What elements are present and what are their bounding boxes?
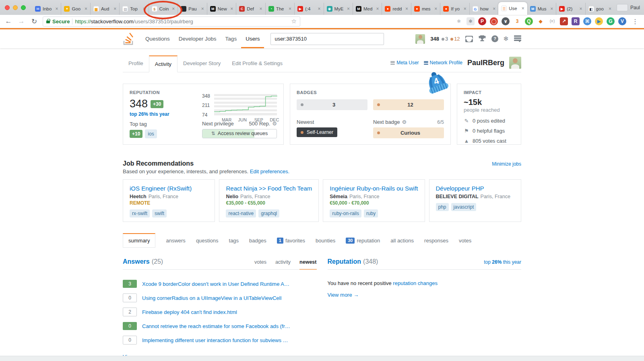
chrome-profile-chip[interactable]: Paul (617, 4, 640, 11)
top-percent-link[interactable]: top 26% this year (130, 111, 195, 117)
lightshot-extension-icon[interactable]: ↗ (560, 17, 568, 25)
winterbash-snowflake-icon[interactable]: ❄ (504, 36, 509, 42)
tab-close-icon[interactable]: × (434, 6, 437, 12)
help-icon[interactable]: ? (491, 35, 498, 42)
browser-tab[interactable]: ◉MyE× (324, 3, 353, 15)
rocket-app-extension-icon[interactable]: ▶ (595, 17, 603, 25)
silver-badges-bar[interactable]: 3 (297, 99, 367, 110)
answers-sort-votes[interactable]: votes (254, 259, 266, 265)
address-bar[interactable]: Secure https://stackoverflow.com/users/3… (43, 16, 300, 27)
tab-close-icon[interactable]: × (85, 6, 87, 12)
job-tag[interactable]: ruby-on-rails (330, 209, 361, 217)
tab-close-icon[interactable]: × (522, 6, 524, 11)
job-card[interactable]: Ingénieur Ruby-on-Rails ou SwiftSêmeiaPa… (323, 179, 425, 222)
answers-title[interactable]: Answers (123, 258, 150, 265)
newest-badge-pill[interactable]: Self-Learner (297, 127, 337, 137)
bronze-badges-bar[interactable]: 12 (373, 99, 444, 110)
so-search-input[interactable] (270, 33, 384, 45)
code-markup-extension-icon[interactable]: (≡) (548, 17, 556, 25)
minimize-jobs-link[interactable]: Minimize jobs (492, 161, 521, 167)
window-zoom-button[interactable] (21, 5, 26, 10)
tab-close-icon[interactable]: × (609, 6, 611, 12)
activity-tab-favorites[interactable]: 1favorites (277, 238, 305, 244)
downloader-extension-icon[interactable]: 3 (513, 17, 521, 25)
job-tag[interactable]: php (436, 203, 449, 211)
browser-tab[interactable]: ▶(2)× (556, 3, 585, 15)
tab-close-icon[interactable]: × (493, 6, 495, 12)
metamask-extension-icon[interactable]: ◆ (537, 17, 545, 25)
tab-close-icon[interactable]: × (318, 6, 321, 12)
answer-title-link[interactable]: Firebase deploy 404 can't find index.htm… (142, 309, 237, 315)
tab-close-icon[interactable]: × (260, 6, 262, 12)
react-devtools-extension-icon[interactable]: ✱ (455, 17, 463, 25)
activity-tab-all-actions[interactable]: all actions (390, 238, 414, 244)
browser-tab[interactable]: ●If yo× (440, 3, 469, 15)
pinterest-extension-icon[interactable]: P (478, 17, 486, 25)
browser-tab[interactable]: ●mes× (411, 3, 440, 15)
edit-preferences-link[interactable]: Edit preferences. (250, 168, 289, 174)
rep-indicator[interactable]: 348 3 12 (430, 36, 460, 42)
tab-close-icon[interactable]: × (580, 6, 582, 12)
back-button[interactable]: ← (4, 17, 13, 25)
tab-close-icon[interactable]: × (289, 6, 291, 12)
job-title-link[interactable]: Ingénieur Ruby-on-Rails ou Swift (330, 185, 418, 192)
tab-close-icon[interactable]: × (143, 6, 146, 12)
browser-tab[interactable]: Ghow× (469, 3, 498, 15)
tab-close-icon[interactable]: × (464, 6, 466, 12)
pocket-extension-icon[interactable]: ∨ (502, 17, 510, 25)
browser-tab[interactable]: Pau× (178, 3, 206, 15)
network-profile-link[interactable]: Network Profile (424, 60, 462, 66)
onetab-extension-icon[interactable]: ◯ (490, 17, 498, 25)
inbox-icon[interactable] (465, 36, 473, 42)
browser-tab[interactable]: ◔The× (265, 3, 294, 15)
window-close-button[interactable] (5, 5, 10, 10)
job-tag[interactable]: swift (152, 209, 167, 217)
r-app-extension-icon[interactable]: R (572, 17, 580, 25)
activity-tab-summary[interactable]: summary (123, 233, 155, 248)
grammarly-extension-icon[interactable]: G (607, 17, 615, 25)
browser-tab[interactable]: ☰Use× (498, 2, 527, 15)
job-tag[interactable]: javascript (451, 203, 477, 211)
activity-tab-votes[interactable]: votes (459, 238, 471, 244)
activity-tab-badges[interactable]: badges (249, 238, 266, 244)
browser-tab[interactable]: MNew× (207, 3, 236, 15)
activity-tab-questions[interactable]: questions (196, 238, 219, 244)
stackoverflow-logo[interactable] (123, 33, 134, 45)
job-title-link[interactable]: iOS Engineer (RxSwift) (130, 185, 208, 192)
profile-tab-profile[interactable]: Profile (123, 55, 149, 72)
job-tag[interactable]: graphql (258, 209, 279, 217)
profile-tab-activity[interactable]: Activity (149, 55, 178, 72)
tab-close-icon[interactable]: × (550, 6, 553, 12)
window-minimize-button[interactable] (13, 5, 18, 10)
browser-tab[interactable]: ▶(:4× (294, 3, 323, 15)
topbar-avatar[interactable] (415, 34, 425, 44)
tab-close-icon[interactable]: × (347, 6, 350, 12)
answer-title-link[interactable]: Using cornerRadius on a UIImageView in a… (142, 295, 281, 301)
answers-sort-newest[interactable]: newest (299, 259, 316, 270)
so-nav-users[interactable]: Users (241, 29, 264, 48)
browser-tab[interactable]: CDef× (236, 3, 265, 15)
browser-tab[interactable]: ▆Aud× (90, 3, 119, 15)
job-title-link[interactable]: React Ninja >> Food Tech Team (226, 185, 312, 192)
privilege-progress[interactable]: ⇅ Access review queues (202, 129, 277, 138)
tab-close-icon[interactable]: × (172, 6, 175, 12)
activity-tab-reputation[interactable]: 30reputation (346, 238, 380, 244)
profile-tab-edit-profile-settings[interactable]: Edit Profile & Settings (226, 55, 288, 72)
v-shield-extension-icon[interactable]: V (618, 17, 626, 25)
forward-button[interactable]: → (17, 17, 26, 25)
reputation-view-more-link[interactable]: View more → (328, 292, 359, 298)
achievements-trophy-icon[interactable] (478, 35, 486, 42)
site-switcher-icon[interactable] (514, 35, 521, 42)
activity-tab-tags[interactable]: tags (229, 238, 239, 244)
browser-tab[interactable]: ✦Goo× (61, 3, 90, 15)
command-app-extension-icon[interactable]: ⌘ (583, 17, 591, 25)
browser-tab[interactable]: $Coin× (149, 3, 178, 15)
browser-tab[interactable]: MMus× (527, 3, 556, 15)
job-tag[interactable]: ruby (364, 209, 378, 217)
browser-tab[interactable]: ✉Inbo× (32, 3, 61, 15)
job-card[interactable]: Développeur PHPBELIEVE DIGITALParis, Fra… (429, 179, 521, 222)
react-devtools-alt-extension-icon[interactable]: ✱ (466, 17, 475, 25)
top-tag[interactable]: ios (145, 129, 157, 138)
activity-tab-answers[interactable]: answers (166, 238, 185, 244)
answer-title-link[interactable]: Xcode 9 borderColor doesn't work in User… (142, 281, 289, 287)
